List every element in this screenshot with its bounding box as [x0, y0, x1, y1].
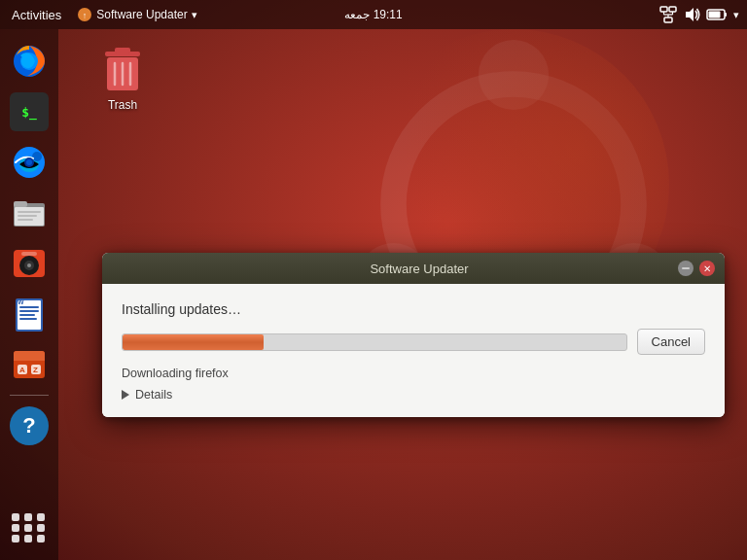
dock-item-terminal[interactable]: $_ [7, 89, 52, 134]
dock: $_ [0, 29, 58, 560]
svg-point-1 [479, 40, 549, 110]
svg-text:Z: Z [33, 366, 38, 374]
software-updater-topbar-icon: ↑ [77, 7, 92, 22]
svg-rect-37 [19, 306, 39, 308]
svg-rect-8 [664, 18, 672, 22]
trash-label: Trash [108, 98, 137, 112]
dock-item-rhythmbox[interactable] [7, 241, 52, 286]
topbar-right: ▾ [659, 6, 739, 23]
dock-item-files[interactable] [7, 191, 52, 235]
trash-svg [99, 44, 146, 94]
sound-icon[interactable] [683, 6, 700, 23]
dialog-controls: ✕ [678, 261, 715, 276]
details-row[interactable]: Details [122, 388, 705, 402]
svg-rect-38 [19, 310, 39, 312]
svg-rect-25 [14, 201, 27, 207]
svg-rect-40 [19, 318, 37, 320]
help-icon: ? [10, 406, 49, 445]
svg-text:↑: ↑ [83, 11, 88, 20]
svg-point-23 [26, 159, 32, 165]
svg-point-21 [32, 152, 42, 161]
network-icon[interactable] [659, 6, 677, 23]
svg-rect-28 [18, 215, 37, 217]
dialog-title: Software Updater [160, 262, 678, 276]
firefox-icon [10, 42, 49, 81]
topbar-left: Activities ↑ Software Updater ▾ [8, 7, 197, 22]
svg-rect-16 [709, 12, 721, 18]
dock-item-firefox[interactable] [7, 39, 52, 84]
dialog-minimize-button[interactable] [678, 261, 694, 276]
topbar-app-name: Software Updater [96, 8, 187, 21]
downloading-text: Downloading firefox [122, 367, 705, 380]
rhythmbox-icon [10, 244, 49, 283]
app-indicator[interactable]: ↑ Software Updater ▾ [77, 7, 196, 22]
progress-row: Cancel [122, 329, 705, 355]
svg-rect-27 [18, 211, 41, 213]
svg-rect-50 [115, 48, 130, 53]
activities-button[interactable]: Activities [8, 8, 65, 22]
svg-marker-13 [686, 8, 694, 21]
details-triangle-icon [122, 390, 129, 400]
dock-item-show-apps[interactable] [7, 506, 52, 550]
libreoffice-writer-icon: W [10, 295, 49, 333]
show-apps-icon [10, 508, 49, 547]
svg-rect-39 [19, 314, 35, 316]
appcenter-icon: A Z [10, 345, 49, 384]
topbar: Activities ↑ Software Updater ▾ 19:11 جم… [0, 0, 747, 29]
svg-rect-7 [669, 7, 676, 12]
files-icon [10, 193, 49, 232]
topbar-app-dropdown[interactable]: ▾ [192, 9, 197, 21]
svg-text:A: A [19, 366, 25, 374]
dialog-close-button[interactable]: ✕ [699, 261, 715, 276]
svg-rect-15 [725, 13, 727, 17]
dialog-titlebar: Software Updater ✕ [102, 253, 725, 284]
dialog-content: Installing updates… Cancel Downloading f… [102, 284, 725, 417]
dock-divider [10, 395, 49, 396]
trash-icon [97, 44, 148, 94]
topbar-clock[interactable]: 19:11 جمعه [344, 8, 402, 21]
dock-item-thunderbird[interactable] [7, 140, 52, 185]
terminal-icon: $_ [10, 92, 49, 131]
thunderbird-icon [10, 143, 49, 182]
details-label: Details [135, 388, 172, 402]
battery-icon[interactable] [706, 6, 728, 23]
installing-text: Installing updates… [122, 301, 705, 317]
progress-bar-fill [123, 334, 264, 350]
svg-rect-29 [18, 219, 33, 221]
dock-item-help[interactable]: ? [7, 403, 52, 448]
svg-point-33 [27, 263, 31, 267]
svg-rect-34 [21, 252, 37, 256]
software-updater-dialog[interactable]: Software Updater ✕ Installing updates… C… [102, 253, 725, 417]
svg-text:W: W [18, 298, 24, 305]
svg-rect-6 [660, 7, 667, 12]
cancel-button[interactable]: Cancel [637, 329, 705, 355]
desktop: Activities ↑ Software Updater ▾ 19:11 جم… [0, 0, 747, 560]
desktop-trash[interactable]: Trash [97, 44, 148, 112]
svg-rect-44 [14, 357, 45, 361]
progress-bar-container [122, 333, 627, 351]
topbar-settings-dropdown[interactable]: ▾ [733, 9, 739, 21]
dock-item-appcenter[interactable]: A Z [7, 342, 52, 387]
dock-item-libreoffice[interactable]: W [7, 292, 52, 336]
